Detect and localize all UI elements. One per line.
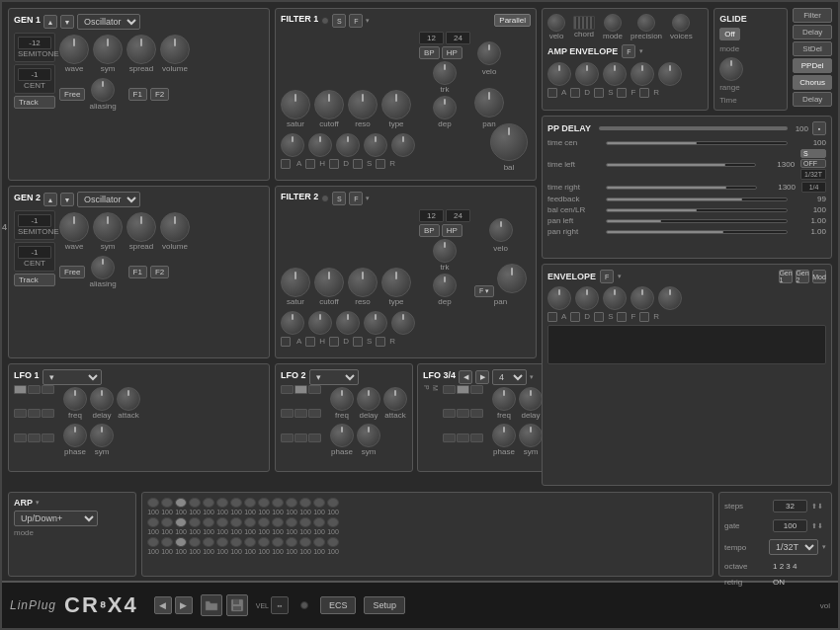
arp-radio9[interactable]: [258, 498, 270, 508]
filter2-dep-knob[interactable]: [433, 274, 457, 297]
filter1-parallel-btn[interactable]: Parallel: [494, 14, 531, 27]
arp2-radio2[interactable]: [161, 517, 173, 527]
env-s-knob[interactable]: [603, 286, 627, 310]
arp2-radio13[interactable]: [313, 517, 325, 527]
lfo1-attack-knob[interactable]: [117, 387, 140, 411]
effect-delay2-btn[interactable]: Delay: [793, 92, 832, 107]
lfo34-select[interactable]: 4: [492, 369, 527, 385]
effect-stdel-btn[interactable]: StDel: [793, 41, 832, 56]
lfo34-wave5[interactable]: [457, 409, 469, 418]
arp3-radio10[interactable]: [272, 537, 284, 547]
arp3-radio1[interactable]: [147, 537, 159, 547]
arp-tempo-select[interactable]: 1/32T: [769, 539, 818, 555]
lfo1-sym-knob[interactable]: [90, 424, 114, 447]
filter2-s-btn[interactable]: S: [332, 192, 346, 205]
arp2-radio8[interactable]: [244, 517, 256, 527]
gen1-f2-btn[interactable]: F2: [150, 88, 169, 101]
gen2-f2-btn[interactable]: F2: [150, 266, 169, 278]
amp-d-check[interactable]: [570, 88, 580, 98]
lfo34-prev-btn[interactable]: ◀: [459, 370, 472, 384]
filter1-r-check[interactable]: [376, 159, 385, 169]
lfo2-sym-knob[interactable]: [357, 424, 380, 447]
filter2-cutoff-knob[interactable]: [314, 268, 344, 297]
lfo34-wave4[interactable]: [443, 409, 456, 418]
arp-radio12[interactable]: [299, 498, 311, 508]
arp-radio3[interactable]: [175, 498, 187, 508]
pp-delay-extra[interactable]: ▪: [812, 121, 826, 135]
lfo34-wave2[interactable]: [457, 385, 469, 394]
arp-radio5[interactable]: [203, 498, 214, 508]
arp3-radio7[interactable]: [230, 537, 242, 547]
filter1-trk-knob[interactable]: [433, 61, 457, 85]
arp-radio7[interactable]: [230, 498, 242, 508]
arp2-radio14[interactable]: [327, 517, 339, 527]
arp2-radio9[interactable]: [258, 517, 270, 527]
mode-knob[interactable]: [604, 14, 622, 32]
lfo2-freq-knob[interactable]: [330, 387, 354, 411]
arp3-radio5[interactable]: [203, 537, 214, 547]
filter2-d-check[interactable]: [329, 337, 339, 347]
gen1-down-btn[interactable]: ▼: [60, 15, 74, 29]
env-r-check[interactable]: [639, 312, 649, 322]
arp3-radio11[interactable]: [286, 537, 297, 547]
lfo1-delay-knob[interactable]: [90, 387, 114, 411]
filter1-pan-knob[interactable]: [474, 88, 504, 118]
env-f-knob[interactable]: [630, 286, 654, 310]
filter1-s-btn[interactable]: S: [332, 14, 346, 28]
lfo1-wave2[interactable]: [28, 385, 41, 394]
filter2-f-select[interactable]: F ▾: [474, 285, 494, 297]
prev-patch-btn[interactable]: ◀: [154, 596, 172, 614]
filter2-pan-knob[interactable]: [497, 264, 527, 293]
arp-steps-val[interactable]: 32: [773, 500, 807, 512]
lfo2-wave8[interactable]: [294, 433, 307, 442]
arp-radio13[interactable]: [313, 498, 325, 508]
lfo2-wave3[interactable]: [308, 385, 321, 394]
filter1-f-btn[interactable]: F: [349, 14, 363, 28]
precision-knob[interactable]: [637, 14, 655, 32]
env-a-check[interactable]: [547, 312, 557, 322]
lfo2-wave2[interactable]: [294, 385, 307, 394]
arp-gate-val[interactable]: 100: [773, 519, 807, 532]
filter2-satur-knob[interactable]: [281, 268, 310, 297]
lfo34-delay-knob[interactable]: [519, 387, 543, 411]
amp-s-check[interactable]: [594, 88, 604, 98]
arp2-radio12[interactable]: [299, 517, 311, 527]
voices-knob[interactable]: [672, 14, 690, 32]
arp3-radio14[interactable]: [327, 537, 339, 547]
gen1-aliasing-knob[interactable]: [91, 78, 115, 102]
lfo2-wave4[interactable]: [281, 409, 294, 418]
arp2-radio1[interactable]: [147, 517, 159, 527]
lfo2-phase-knob[interactable]: [330, 424, 354, 447]
lfo34-sym-knob[interactable]: [519, 424, 543, 447]
velo-knob[interactable]: [547, 14, 565, 32]
arp2-radio4[interactable]: [189, 517, 201, 527]
filter2-hp-btn[interactable]: HP: [442, 224, 462, 237]
filter1-dep-knob[interactable]: [433, 96, 457, 119]
filter1-a-check[interactable]: [281, 159, 291, 169]
arp3-radio3[interactable]: [175, 537, 187, 547]
lfo2-select[interactable]: ▾: [309, 369, 359, 385]
filter2-d-knob[interactable]: [336, 311, 360, 335]
arp2-radio6[interactable]: [216, 517, 228, 527]
gen1-f1-btn[interactable]: F1: [128, 88, 147, 101]
arp-radio10[interactable]: [272, 498, 284, 508]
gen1-track-btn[interactable]: Track: [14, 96, 55, 109]
next-patch-btn[interactable]: ▶: [175, 596, 193, 614]
amp-r-check[interactable]: [639, 88, 649, 98]
amp-s-knob[interactable]: [603, 62, 627, 86]
gen1-free-btn[interactable]: Free: [59, 88, 85, 101]
arp3-radio2[interactable]: [161, 537, 173, 547]
arp3-radio13[interactable]: [313, 537, 325, 547]
amp-d-knob[interactable]: [575, 62, 599, 86]
effect-delay-btn[interactable]: Delay: [793, 25, 832, 39]
arp2-radio7[interactable]: [230, 517, 242, 527]
filter1-h-knob[interactable]: [308, 133, 332, 157]
gen2-osc-select[interactable]: Oscillator: [77, 192, 140, 207]
filter2-r-knob[interactable]: [391, 311, 415, 335]
env-d-knob[interactable]: [575, 286, 599, 310]
filter2-type-knob[interactable]: [381, 268, 411, 297]
arp2-radio10[interactable]: [272, 517, 284, 527]
arp2-radio5[interactable]: [203, 517, 214, 527]
filter1-h-check[interactable]: [305, 159, 315, 169]
amp-a-check[interactable]: [547, 88, 557, 98]
